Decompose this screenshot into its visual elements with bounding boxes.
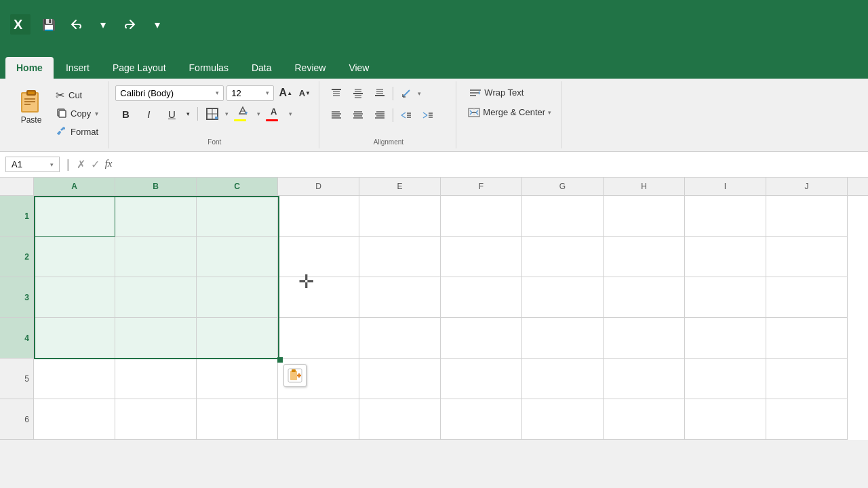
cell-i1[interactable]	[685, 196, 766, 237]
cell-f1[interactable]	[441, 196, 522, 237]
borders-dropdown[interactable]: ▾	[225, 110, 229, 117]
tab-data[interactable]: Data	[241, 57, 283, 79]
paste-options-popup[interactable]	[283, 364, 307, 387]
cell-j1[interactable]	[766, 196, 848, 237]
row-header-2[interactable]: 2	[0, 237, 33, 277]
undo-button[interactable]	[65, 14, 87, 35]
cell-b4[interactable]	[115, 318, 197, 359]
cell-a3[interactable]	[34, 277, 115, 318]
cell-g1[interactable]	[522, 196, 604, 237]
name-box[interactable]: A1 ▾	[5, 157, 60, 172]
cell-e5[interactable]	[359, 359, 441, 399]
row-header-5[interactable]: 5	[0, 359, 33, 399]
font-color-button[interactable]: A	[263, 104, 286, 123]
cell-d1[interactable]	[278, 196, 359, 237]
cell-c6[interactable]	[197, 399, 278, 440]
cell-h3[interactable]	[604, 277, 685, 318]
cell-i3[interactable]	[685, 277, 766, 318]
cell-f5[interactable]	[441, 359, 522, 399]
align-bottom-button[interactable]	[370, 84, 390, 103]
customize-button[interactable]: ▾	[146, 14, 168, 35]
cell-j2[interactable]	[766, 237, 848, 277]
cell-e6[interactable]	[359, 399, 441, 440]
cell-j4[interactable]	[766, 318, 848, 359]
borders-button[interactable]	[202, 104, 222, 123]
col-header-a[interactable]: A	[34, 178, 115, 195]
align-top-button[interactable]	[326, 84, 347, 103]
redo-button[interactable]	[119, 14, 141, 35]
cell-d4[interactable]	[278, 318, 359, 359]
tab-home[interactable]: Home	[5, 57, 54, 79]
col-header-d[interactable]: D	[278, 178, 359, 195]
row-header-6[interactable]: 6	[0, 399, 33, 440]
cell-d3[interactable]	[278, 277, 359, 318]
tab-formulas[interactable]: Formulas	[178, 57, 239, 79]
cell-e1[interactable]	[359, 196, 441, 237]
cell-a4[interactable]	[34, 318, 115, 359]
align-middle-button[interactable]	[348, 84, 368, 103]
cell-h1[interactable]	[604, 196, 685, 237]
cell-i2[interactable]	[685, 237, 766, 277]
format-painter-button[interactable]: Format	[52, 123, 102, 140]
cell-a2[interactable]	[34, 237, 115, 277]
col-header-g[interactable]: G	[522, 178, 604, 195]
cell-c3[interactable]	[197, 277, 278, 318]
cell-g4[interactable]	[522, 318, 604, 359]
cell-i4[interactable]	[685, 318, 766, 359]
paste-button[interactable]: Paste	[11, 84, 52, 146]
merge-center-button[interactable]: Merge & Center ▾	[463, 104, 556, 121]
font-family-select[interactable]: Calibri (Body) ▾	[115, 85, 224, 101]
cell-j6[interactable]	[766, 399, 848, 440]
cell-b3[interactable]	[115, 277, 197, 318]
font-size-select[interactable]: 12 ▾	[226, 85, 274, 101]
cell-c4[interactable]	[197, 318, 278, 359]
font-color-dropdown[interactable]: ▾	[289, 110, 292, 117]
cell-d6[interactable]	[278, 399, 359, 440]
tab-insert[interactable]: Insert	[55, 57, 100, 79]
tab-view[interactable]: View	[338, 57, 380, 79]
cell-c1[interactable]	[197, 196, 278, 237]
cell-j5[interactable]	[766, 359, 848, 399]
cell-g6[interactable]	[522, 399, 604, 440]
cell-j3[interactable]	[766, 277, 848, 318]
col-header-h[interactable]: H	[604, 178, 685, 195]
increase-indent-button[interactable]	[418, 106, 438, 125]
tab-review[interactable]: Review	[283, 57, 336, 79]
cell-e2[interactable]	[359, 237, 441, 277]
cell-b1[interactable]	[115, 196, 197, 237]
cell-f3[interactable]	[441, 277, 522, 318]
fill-color-button[interactable]	[231, 104, 254, 123]
cell-c2[interactable]	[197, 237, 278, 277]
cell-f6[interactable]	[441, 399, 522, 440]
underline-dropdown[interactable]: ▾	[182, 104, 193, 123]
cell-f4[interactable]	[441, 318, 522, 359]
cell-d2[interactable]	[278, 237, 359, 277]
formula-input[interactable]	[117, 159, 863, 169]
selection-handle[interactable]	[277, 357, 283, 363]
cell-e3[interactable]	[359, 277, 441, 318]
decrease-font-size-button[interactable]: A▼	[296, 84, 313, 102]
cell-g3[interactable]	[522, 277, 604, 318]
col-header-f[interactable]: F	[441, 178, 522, 195]
col-header-j[interactable]: J	[766, 178, 848, 195]
align-left-button[interactable]	[326, 106, 347, 125]
col-header-b[interactable]: B	[115, 178, 197, 195]
row-header-1[interactable]: 1	[0, 196, 33, 237]
row-header-4[interactable]: 4	[0, 318, 33, 359]
col-header-e[interactable]: E	[359, 178, 441, 195]
bold-button[interactable]: B	[115, 104, 136, 123]
orientation-button[interactable]	[396, 84, 416, 103]
cell-g2[interactable]	[522, 237, 604, 277]
align-center-button[interactable]	[348, 106, 368, 125]
orientation-dropdown[interactable]: ▾	[418, 90, 421, 97]
cell-g5[interactable]	[522, 359, 604, 399]
cell-b2[interactable]	[115, 237, 197, 277]
wrap-text-button[interactable]: Wrap Text	[463, 84, 556, 101]
cell-b5[interactable]	[115, 359, 197, 399]
cell-a5[interactable]	[34, 359, 115, 399]
cell-e4[interactable]	[359, 318, 441, 359]
undo-dropdown[interactable]: ▾	[92, 14, 114, 35]
cell-f2[interactable]	[441, 237, 522, 277]
cell-c5[interactable]	[197, 359, 278, 399]
cell-h6[interactable]	[604, 399, 685, 440]
